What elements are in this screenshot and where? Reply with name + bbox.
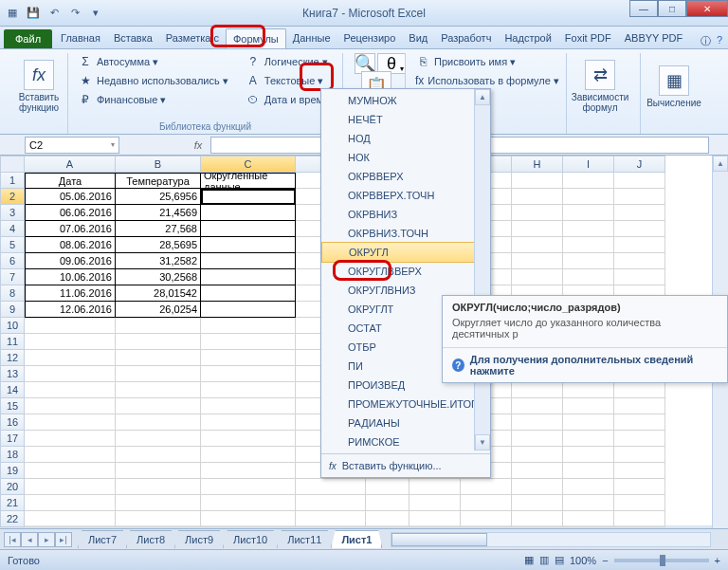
cell-G22[interactable] [461,511,512,527]
row-header-11[interactable]: 11 [0,334,25,350]
cell-A1[interactable]: Дата [25,173,116,189]
cell-J20[interactable] [614,479,665,495]
func-item-ОКРВВЕРХ.ТОЧН[interactable]: ОКРВВЕРХ.ТОЧН [321,186,490,205]
cell-A9[interactable]: 12.06.2016 [25,302,116,318]
func-item-ОКРВВЕРХ[interactable]: ОКРВВЕРХ [321,167,490,186]
view-break-icon[interactable]: ▤ [555,554,564,566]
cell-H17[interactable] [512,431,563,447]
cell-B1[interactable]: Температура [116,173,201,189]
cell-I19[interactable] [563,463,614,479]
cell-H15[interactable] [512,398,563,414]
func-item-НОК[interactable]: НОК [321,148,490,167]
cell-A3[interactable]: 06.06.2016 [25,205,116,221]
cell-F22[interactable] [410,511,461,527]
zoom-slider[interactable] [614,559,709,562]
cell-A20[interactable] [25,479,116,495]
func-item-НОД[interactable]: НОД [321,129,490,148]
sheet-first-icon[interactable]: |◂ [4,532,21,547]
row-header-5[interactable]: 5 [0,237,25,253]
cell-C9[interactable] [201,302,296,318]
tab-foxit pdf[interactable]: Foxit PDF [558,28,618,48]
cell-E21[interactable] [366,495,410,511]
cell-I21[interactable] [563,495,614,511]
zoom-level[interactable]: 100% [570,555,596,566]
cell-I3[interactable] [563,205,614,221]
cell-H7[interactable] [512,269,563,285]
cell-A8[interactable]: 11.06.2016 [25,285,116,302]
cell-B8[interactable]: 28,01542 [116,285,201,302]
func-item-РАДИАНЫ[interactable]: РАДИАНЫ [321,414,490,432]
cell-I1[interactable] [563,173,614,189]
insert-function-menu-item[interactable]: fxВставить функцию... [321,456,490,475]
col-header-A[interactable]: A [25,156,116,173]
cell-C20[interactable] [201,479,296,495]
cell-I2[interactable] [563,189,614,205]
cell-A5[interactable]: 08.06.2016 [25,237,116,253]
autosum-group-2[interactable]: ₽Финансовые ▾ [74,91,232,108]
cell-J22[interactable] [614,511,665,527]
cell-I20[interactable] [563,479,614,495]
cell-A22[interactable] [25,511,116,527]
cell-H2[interactable] [512,189,563,205]
cell-H6[interactable] [512,253,563,269]
cell-A19[interactable] [25,463,116,479]
cell-J14[interactable] [614,382,665,398]
cell-C14[interactable] [201,382,296,398]
cell-B3[interactable]: 21,4569 [116,205,201,221]
cell-J6[interactable] [614,253,665,269]
cell-J17[interactable] [614,431,665,447]
cell-A4[interactable]: 07.06.2016 [25,221,116,237]
row-header-1[interactable]: 1 [0,173,25,189]
cell-B4[interactable]: 27,568 [116,221,201,237]
cell-A17[interactable] [25,431,116,447]
cell-B20[interactable] [116,479,201,495]
maximize-button[interactable]: □ [658,0,686,17]
excel-icon[interactable]: ▦ [4,5,21,22]
cell-I17[interactable] [563,431,614,447]
cell-H4[interactable] [512,221,563,237]
cell-H21[interactable] [512,495,563,511]
names-group-0[interactable]: ⎘Присвоить имя ▾ [411,53,560,70]
scroll-up-icon[interactable]: ▲ [713,156,728,172]
cell-I18[interactable] [563,447,614,463]
cell-H3[interactable] [512,205,563,221]
cell-D22[interactable] [296,511,366,527]
cell-I16[interactable] [563,414,614,431]
cell-B5[interactable]: 28,5695 [116,237,201,253]
sheet-next-icon[interactable]: ▸ [38,532,55,547]
cell-J3[interactable] [614,205,665,221]
cell-A10[interactable] [25,318,116,334]
cell-A15[interactable] [25,398,116,414]
cell-B12[interactable] [116,350,201,366]
func-item-ОКРВНИЗ[interactable]: ОКРВНИЗ [321,205,490,224]
insert-function-button[interactable]: fx Вставить функцию [11,53,66,120]
row-header-10[interactable]: 10 [0,318,25,334]
undo-icon[interactable]: ↶ [46,5,63,22]
cell-C15[interactable] [201,398,296,414]
cell-B16[interactable] [116,414,201,431]
cell-B9[interactable]: 26,0254 [116,302,201,318]
col-header-I[interactable]: I [563,156,614,173]
row-header-19[interactable]: 19 [0,463,25,479]
cell-C12[interactable] [201,350,296,366]
cell-C19[interactable] [201,463,296,479]
row-header-7[interactable]: 7 [0,269,25,285]
col-header-B[interactable]: B [116,156,201,173]
tab-разметка с[interactable]: Разметка с [159,28,226,48]
sheet-tab-Лист11[interactable]: Лист11 [277,530,332,548]
cell-C22[interactable] [201,511,296,527]
autosum-group-0[interactable]: ΣАвтосумма ▾ [74,53,232,70]
func-item-НЕЧЁТ[interactable]: НЕЧЁТ [321,110,490,129]
cell-C21[interactable] [201,495,296,511]
cell-A11[interactable] [25,334,116,350]
cell-I22[interactable] [563,511,614,527]
cell-A7[interactable]: 10.06.2016 [25,269,116,285]
col-header-H[interactable]: H [512,156,563,173]
qat-more-icon[interactable]: ▾ [87,5,104,22]
cell-I7[interactable] [563,269,614,285]
view-normal-icon[interactable]: ▦ [524,554,534,566]
calculation-button[interactable]: ▦ Вычисление [646,53,701,120]
cell-J21[interactable] [614,495,665,511]
cell-C10[interactable] [201,318,296,334]
sheet-tab-Лист9[interactable]: Лист9 [174,530,224,548]
